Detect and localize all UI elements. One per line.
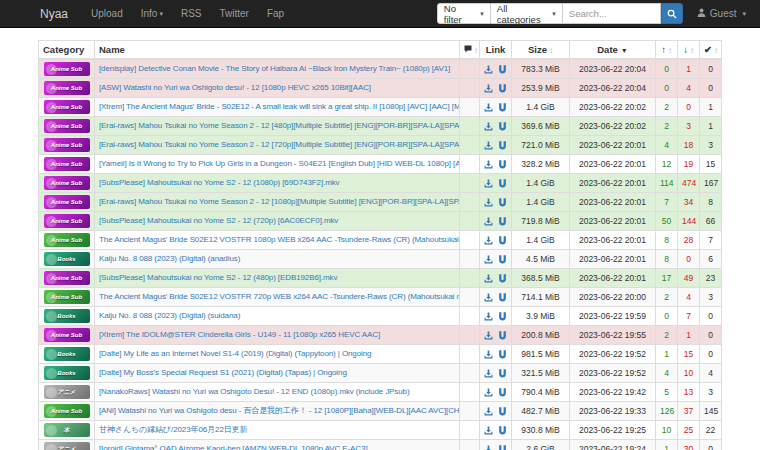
category-badge[interactable]: Anime Sub <box>44 214 90 228</box>
download-icon[interactable] <box>484 160 493 169</box>
download-icon[interactable] <box>484 141 493 150</box>
magnet-icon[interactable] <box>498 445 507 450</box>
header-completed[interactable]: ✔↕ <box>700 41 722 59</box>
nav-item-upload[interactable]: Upload <box>82 0 132 27</box>
torrent-name-link[interactable]: The Ancient Magus' Bride S02E12 VOSTFR 7… <box>99 292 460 301</box>
download-icon[interactable] <box>484 350 493 359</box>
brand-link[interactable]: Nyaa <box>40 7 68 21</box>
download-icon[interactable] <box>484 84 493 93</box>
download-icon[interactable] <box>484 65 493 74</box>
download-icon[interactable] <box>484 388 493 397</box>
torrent-name-link[interactable]: [SubsPlease] Mahoutsukai no Yome S2 - 12… <box>99 178 340 187</box>
category-select[interactable]: All categories ▾ <box>491 3 563 24</box>
torrent-name-link[interactable]: [Dalte] My Life as an Internet Novel S1-… <box>99 349 371 358</box>
category-badge[interactable]: Anime Sub <box>44 195 90 209</box>
torrent-name-link[interactable]: [Erai-raws] Mahou Tsukai no Yome Season … <box>99 140 460 149</box>
magnet-icon[interactable] <box>498 255 507 264</box>
download-icon[interactable] <box>484 236 493 245</box>
download-icon[interactable] <box>484 255 493 264</box>
magnet-icon[interactable] <box>498 65 507 74</box>
filter-select[interactable]: No filter ▾ <box>437 3 491 24</box>
torrent-name-link[interactable]: The Ancient Magus' Bride S02E12 VOSTFR 1… <box>99 235 460 244</box>
category-badge[interactable]: Anime Sub <box>44 271 90 285</box>
magnet-icon[interactable] <box>498 293 507 302</box>
category-badge[interactable]: アニメ <box>44 442 90 450</box>
magnet-icon[interactable] <box>498 122 507 131</box>
torrent-name-link[interactable]: 甘神さんちの縁結び/2023年06月22日更新 <box>99 425 247 434</box>
magnet-icon[interactable] <box>498 331 507 340</box>
download-icon[interactable] <box>484 274 493 283</box>
torrent-name-link[interactable]: [Xtrem] The Ancient Magus' Bride - S02E1… <box>99 102 460 111</box>
nav-item-rss[interactable]: RSS <box>172 0 211 27</box>
download-icon[interactable] <box>484 407 493 416</box>
category-badge[interactable]: アニメ <box>44 385 90 399</box>
magnet-icon[interactable] <box>498 236 507 245</box>
torrent-name-link[interactable]: [SubsPlease] Mahoutsukai no Yome S2 - 12… <box>99 216 338 225</box>
torrent-name-link[interactable]: [SubsPlease] Mahoutsukai no Yome S2 - 12… <box>99 273 337 282</box>
magnet-icon[interactable] <box>498 84 507 93</box>
category-badge[interactable]: Anime Sub <box>44 138 90 152</box>
download-icon[interactable] <box>484 198 493 207</box>
header-name[interactable]: Name <box>95 41 460 59</box>
user-menu[interactable]: Guest ▾ <box>697 8 746 19</box>
magnet-icon[interactable] <box>498 198 507 207</box>
category-badge[interactable]: Anime Sub <box>44 81 90 95</box>
category-badge[interactable]: Books <box>44 309 90 323</box>
nav-item-info[interactable]: Info▾ <box>132 0 172 27</box>
download-icon[interactable] <box>484 369 493 378</box>
download-icon[interactable] <box>484 331 493 340</box>
header-comments[interactable]: ↕ <box>460 41 480 59</box>
magnet-icon[interactable] <box>498 350 507 359</box>
torrent-name-link[interactable]: Kaiju No. 8 088 (2023) (Digital) (suidan… <box>99 311 240 320</box>
magnet-icon[interactable] <box>498 369 507 378</box>
magnet-icon[interactable] <box>498 141 507 150</box>
header-category[interactable]: Category <box>39 41 95 59</box>
nav-item-twitter[interactable]: Twitter <box>210 0 257 27</box>
category-badge[interactable]: Anime Sub <box>44 404 90 418</box>
download-icon[interactable] <box>484 122 493 131</box>
category-badge[interactable]: Anime Sub <box>44 62 90 76</box>
category-badge[interactable]: Books <box>44 347 90 361</box>
torrent-name-link[interactable]: [Dalte] My Boss's Special Request S1 (20… <box>99 368 347 377</box>
download-icon[interactable] <box>484 445 493 450</box>
magnet-icon[interactable] <box>498 103 507 112</box>
magnet-icon[interactable] <box>498 388 507 397</box>
category-badge[interactable]: Anime Sub <box>44 290 90 304</box>
magnet-icon[interactable] <box>498 426 507 435</box>
download-icon[interactable] <box>484 293 493 302</box>
torrent-name-link[interactable]: [Erai-raws] Mahou Tsukai no Yome Season … <box>99 197 460 206</box>
torrent-name-link[interactable]: Kaiju No. 8 088 (2023) (Digital) (anadiu… <box>99 254 240 263</box>
category-badge[interactable]: Books <box>44 366 90 380</box>
download-icon[interactable] <box>484 426 493 435</box>
category-badge[interactable]: Anime Sub <box>44 100 90 114</box>
search-button[interactable] <box>661 3 683 24</box>
torrent-name-link[interactable]: [ASW] Watashi no Yuri wa Oshigoto desu! … <box>99 83 371 92</box>
category-badge[interactable]: Anime Sub <box>44 157 90 171</box>
torrent-name-link[interactable]: [ANi] Watashi no Yuri wa Oshigoto desu -… <box>99 406 460 415</box>
torrent-name-link[interactable]: [Ioroid] Gintama° OAD Aizome Kaori-hen [… <box>99 444 368 450</box>
header-date[interactable]: Date▼ <box>570 41 656 59</box>
download-icon[interactable] <box>484 217 493 226</box>
torrent-name-link[interactable]: [Xtrem] The IDOLM@STER Cinderella Girls … <box>99 330 380 339</box>
header-seeders[interactable]: ↑↕ <box>656 41 678 59</box>
category-badge[interactable]: 本 <box>44 423 90 437</box>
header-leechers[interactable]: ↓↕ <box>678 41 700 59</box>
search-input[interactable] <box>563 3 661 24</box>
nav-item-fap[interactable]: Fap <box>258 0 293 27</box>
torrent-name-link[interactable]: [Yameii] Is It Wrong to Try to Pick Up G… <box>99 159 460 168</box>
magnet-icon[interactable] <box>498 274 507 283</box>
magnet-icon[interactable] <box>498 312 507 321</box>
torrent-name-link[interactable]: [denisplay] Detective Conan Movie - The … <box>99 64 450 73</box>
category-badge[interactable]: Books <box>44 252 90 266</box>
download-icon[interactable] <box>484 103 493 112</box>
category-badge[interactable]: Anime Sub <box>44 328 90 342</box>
download-icon[interactable] <box>484 179 493 188</box>
magnet-icon[interactable] <box>498 160 507 169</box>
download-icon[interactable] <box>484 312 493 321</box>
torrent-name-link[interactable]: [NanakoRaws] Watashi no Yuri wa Oshigoto… <box>99 387 410 396</box>
category-badge[interactable]: Anime Sub <box>44 119 90 133</box>
category-badge[interactable]: Anime Sub <box>44 176 90 190</box>
category-badge[interactable]: Anime Sub <box>44 233 90 247</box>
magnet-icon[interactable] <box>498 407 507 416</box>
magnet-icon[interactable] <box>498 217 507 226</box>
